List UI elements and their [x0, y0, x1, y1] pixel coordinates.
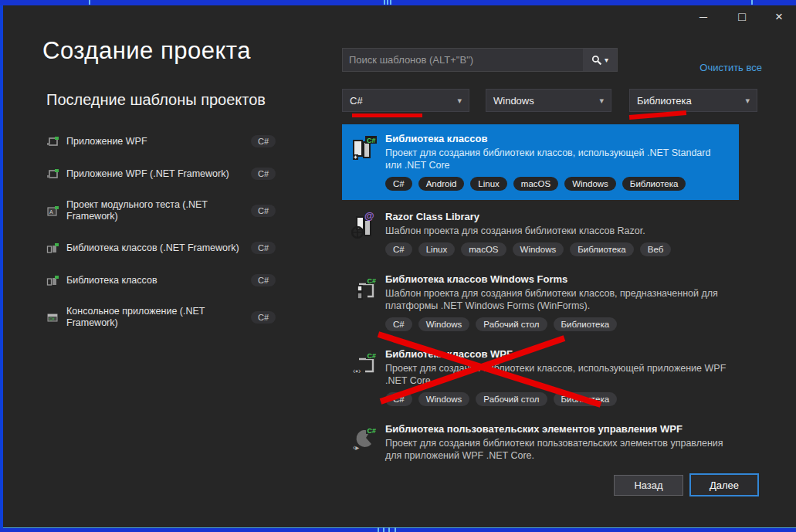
search-input[interactable] — [342, 48, 618, 72]
platform-filter-value: Windows — [493, 95, 534, 107]
desktop-artifact — [395, 527, 396, 532]
svg-text:C#: C# — [368, 277, 377, 285]
svg-text:‹▸: ‹▸ — [353, 443, 359, 452]
template-row[interactable]: C#‹▸ Библиотека пользовательских элемент… — [342, 415, 739, 465]
search-button[interactable]: ▾ — [583, 49, 617, 71]
next-button[interactable]: Далее — [689, 473, 759, 496]
wpf-usercontrol-library-icon: C#‹▸ — [351, 423, 380, 465]
recent-template-label: Консольное приложение (.NET Framework) — [66, 306, 251, 329]
winforms-class-library-icon: C# — [351, 273, 380, 331]
svg-text:C#: C# — [49, 317, 55, 321]
wpf-app-icon — [46, 135, 59, 148]
search-caret-icon: ▾ — [605, 56, 608, 64]
template-tag[interactable]: Windows — [418, 317, 470, 331]
language-badge: C# — [251, 274, 276, 286]
template-tag[interactable]: Windows — [564, 177, 616, 191]
desktop-artifact — [390, 0, 391, 5]
template-tag[interactable]: C# — [385, 392, 412, 406]
recent-template-item[interactable]: Приложение WPF C# — [46, 134, 276, 148]
recent-template-item[interactable]: A Проект модульного теста (.NET Framewor… — [46, 199, 276, 222]
language-badge: C# — [251, 168, 276, 180]
template-title: Библиотека классов — [385, 133, 730, 145]
unit-test-icon: A — [46, 205, 59, 218]
template-description: Проект для создания библиотеки классов, … — [385, 362, 730, 387]
red-underline-annotation-language — [352, 114, 422, 117]
platform-filter-dropdown[interactable]: Windows ▾ — [486, 89, 611, 112]
recent-template-label: Библиотека классов — [66, 275, 251, 286]
template-tag[interactable]: C# — [385, 177, 412, 191]
desktop-strip-bottom — [0, 527, 796, 532]
template-tags: C#WindowsРабочий столБиблиотека — [385, 317, 730, 331]
recent-template-item[interactable]: Приложение WPF (.NET Framework) C# — [46, 167, 276, 181]
create-project-dialog: ─ □ × Создание проекта ▾ Очистить все C#… — [0, 0, 796, 532]
template-tag[interactable]: Библиотека — [622, 177, 686, 191]
template-description: Шаблон проекта для создания библиотеки к… — [385, 287, 730, 312]
class-library-icon — [46, 242, 59, 255]
svg-text:C#: C# — [368, 352, 377, 360]
chevron-down-icon: ▾ — [745, 96, 750, 106]
template-tag[interactable]: Библиотека — [570, 242, 634, 256]
chevron-down-icon: ▾ — [599, 96, 604, 106]
recent-template-item[interactable]: Библиотека классов C# — [46, 273, 276, 287]
template-tags: C#WindowsРабочий столБиблиотека — [385, 392, 730, 406]
desktop-artifact — [388, 527, 390, 532]
desktop-artifact — [383, 527, 384, 532]
chevron-down-icon: ▾ — [457, 96, 462, 106]
recent-templates-list: Приложение WPF C# Приложение WPF (.NET F… — [46, 134, 276, 347]
desktop-strip-top — [0, 0, 796, 5]
search-box: ▾ — [342, 48, 618, 72]
template-tag[interactable]: Веб — [640, 242, 672, 256]
template-row[interactable]: C# Библиотека классов Проект для создани… — [342, 124, 739, 200]
page-title: Создание проекта — [42, 37, 251, 65]
recent-template-label: Приложение WPF (.NET Framework) — [66, 168, 251, 180]
recent-template-label: Библиотека классов (.NET Framework) — [66, 242, 251, 254]
wpf-app-icon — [46, 168, 59, 181]
template-tag[interactable]: C# — [385, 242, 412, 256]
back-button[interactable]: Назад — [614, 475, 683, 496]
template-row-crossed-out[interactable]: C#‹▪› Библиотека классов WPF Проект для … — [342, 341, 739, 412]
desktop-artifact — [89, 0, 90, 5]
template-tag[interactable]: Linux — [418, 242, 456, 256]
close-icon: × — [775, 9, 783, 25]
recent-templates-heading: Последние шаблоны проектов — [46, 91, 266, 109]
clear-all-link[interactable]: Очистить все — [652, 62, 762, 73]
language-filter-dropdown[interactable]: C# ▾ — [342, 89, 469, 112]
recent-template-item[interactable]: Библиотека классов (.NET Framework) C# — [46, 241, 276, 255]
template-tag[interactable]: Рабочий стол — [476, 317, 547, 331]
template-tag[interactable]: Библиотека — [554, 392, 618, 406]
maximize-icon: □ — [738, 10, 746, 24]
template-tag[interactable]: Windows — [513, 242, 564, 256]
template-title: Razor Class Library — [385, 211, 730, 223]
template-title: Библиотека пользовательских элементов уп… — [385, 423, 730, 435]
razor-class-library-icon: @ — [351, 211, 380, 256]
template-tag[interactable]: macOS — [461, 242, 506, 256]
project-type-filter-dropdown[interactable]: Библиотека ▾ — [629, 89, 757, 112]
recent-template-label: Приложение WPF — [66, 136, 251, 147]
console-app-icon: C# — [46, 311, 59, 324]
svg-text:C#: C# — [368, 427, 377, 435]
recent-template-item[interactable]: C# Консольное приложение (.NET Framework… — [46, 306, 276, 329]
template-tags: C#AndroidLinuxmacOSWindowsБиблиотека — [385, 177, 730, 191]
maximize-button[interactable]: □ — [730, 8, 754, 26]
template-description: Проект для создания библиотеки пользоват… — [385, 437, 730, 462]
svg-text:@: @ — [364, 212, 374, 222]
minimize-button[interactable]: ─ — [692, 8, 715, 26]
template-title: Библиотека классов WPF — [385, 348, 730, 361]
template-tag[interactable]: Linux — [470, 177, 507, 191]
template-tag[interactable]: Windows — [418, 392, 470, 406]
template-tag[interactable]: macOS — [513, 177, 558, 191]
desktop-artifact — [751, 0, 753, 5]
template-row[interactable]: @ Razor Class Library Шаблон проекта для… — [342, 203, 739, 263]
wpf-class-library-icon: C#‹▪› — [351, 348, 380, 406]
template-description: Шаблон проекта для создания библиотеки к… — [385, 225, 730, 237]
language-badge: C# — [251, 205, 276, 217]
template-tag[interactable]: C# — [385, 317, 412, 331]
template-row[interactable]: C# Библиотека классов Windows Forms Шабл… — [342, 266, 739, 337]
project-type-filter-value: Библиотека — [637, 95, 692, 107]
template-tag[interactable]: Android — [418, 177, 465, 191]
close-button[interactable]: × — [767, 8, 791, 26]
template-tag[interactable]: Библиотека — [554, 317, 618, 331]
template-results-list: C# Библиотека классов Проект для создани… — [342, 124, 739, 465]
template-tag[interactable]: Рабочий стол — [476, 392, 547, 406]
template-description: Проект для создания библиотеки классов, … — [385, 147, 730, 171]
